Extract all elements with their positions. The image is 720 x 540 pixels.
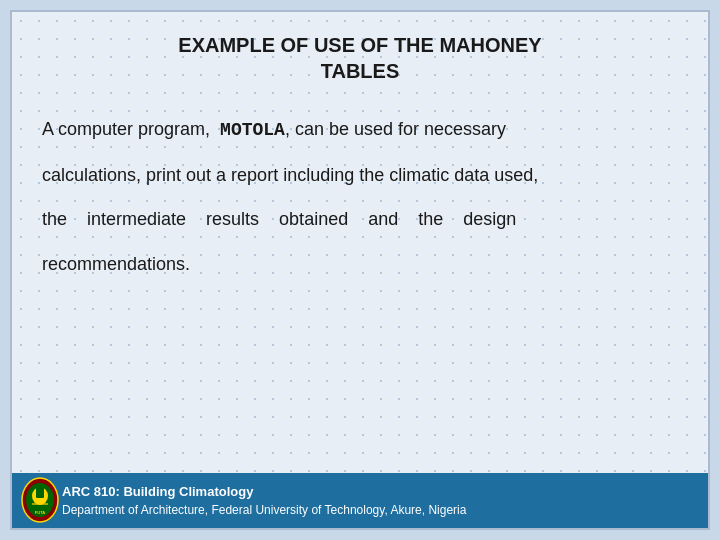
svg-text:FUTA: FUTA xyxy=(35,510,45,515)
slide-title: EXAMPLE OF USE OF THE MAHONEY TABLES xyxy=(42,32,678,84)
slide-body: A computer program, MOTOLA, can be used … xyxy=(42,114,678,293)
footer-text: ARC 810: Building Climatology Department… xyxy=(62,482,466,520)
footer-line1: ARC 810: Building Climatology xyxy=(62,482,466,502)
outer-container: EXAMPLE OF USE OF THE MAHONEY TABLES A c… xyxy=(0,0,720,540)
svg-rect-3 xyxy=(36,486,44,498)
title-line2: TABLES xyxy=(321,60,400,82)
motola-text: MOTOLA xyxy=(220,120,285,140)
slide: EXAMPLE OF USE OF THE MAHONEY TABLES A c… xyxy=(10,10,710,530)
footer-line2: Department of Architecture, Federal Univ… xyxy=(62,501,466,519)
paragraph4: recommendations. xyxy=(42,249,678,280)
slide-content: EXAMPLE OF USE OF THE MAHONEY TABLES A c… xyxy=(12,12,708,473)
paragraph2: calculations, print out a report includi… xyxy=(42,160,678,191)
paragraph1: A computer program, MOTOLA, can be used … xyxy=(42,114,678,146)
footer: FUTA ARC 810: Building Climatology Depar… xyxy=(12,473,708,528)
title-line1: EXAMPLE OF USE OF THE MAHONEY xyxy=(178,34,541,56)
university-logo: FUTA xyxy=(20,476,60,524)
paragraph3: the intermediate results obtained and th… xyxy=(42,204,678,235)
